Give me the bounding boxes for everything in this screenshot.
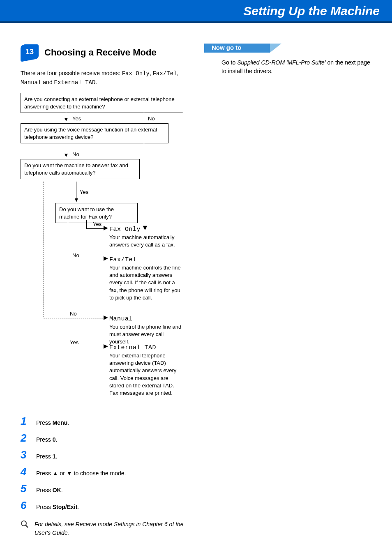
magnifier-icon: [21, 520, 29, 537]
step-4: 4 Press ▲ or ▼ to choose the mode.: [21, 465, 192, 478]
up-triangle-icon: ▲: [53, 470, 58, 477]
step-2: 2 Press 0.: [21, 432, 192, 444]
step-1: 1 Press Menu.: [21, 415, 192, 428]
flow-yes-1: Yes: [72, 115, 81, 122]
arrow-right-icon: ▶: [104, 255, 108, 261]
step-6: 6 Press Stop/Exit.: [21, 499, 192, 512]
result-manual: Manual You control the phone line and mu…: [109, 315, 183, 346]
note: For details, see Receive mode Settings i…: [21, 520, 192, 537]
note-text: For details, see Receive mode Settings i…: [35, 520, 192, 537]
result-fax-only: Fax Only Your machine automatically answ…: [109, 225, 183, 249]
step-3: 3 Press 1.: [21, 449, 192, 461]
result-fax-tel: Fax/Tel Your machine controls the line a…: [109, 256, 183, 302]
arrow-down-icon: ▼: [63, 152, 69, 158]
arrow-down-icon: ▼: [63, 116, 69, 122]
flow-q2: Are you using the voice message function…: [21, 123, 168, 143]
header-title: Setting Up the Machine: [243, 4, 380, 18]
arrow-down-icon: ▼: [74, 196, 79, 203]
section-title: Choosing a Receive Mode: [44, 47, 157, 58]
svg-line-1: [25, 525, 28, 527]
flow-yes-2: Yes: [80, 189, 88, 195]
flow-no-1: No: [148, 115, 155, 122]
goto-banner: Now go to: [204, 44, 376, 53]
flow-yes-4: Yes: [70, 339, 78, 345]
right-column: Now go to Go to Supplied CD-ROM 'MFL-Pro…: [204, 44, 376, 537]
down-triangle-icon: ▼: [67, 470, 72, 477]
intro-text: There are four possible receive modes: F…: [21, 69, 192, 87]
flow-no-4: No: [70, 311, 77, 317]
flow-q1: Are you connecting an external telephone…: [21, 93, 183, 113]
goto-body: Go to Supplied CD-ROM 'MFL-Pro Suite' on…: [204, 58, 376, 76]
page-header: Setting Up the Machine: [0, 0, 392, 23]
step-number: 13: [25, 48, 34, 56]
arrow-right-icon: ▶: [104, 224, 108, 231]
arrow-right-icon: ▶: [104, 343, 108, 349]
flowchart: Are you connecting an external telephone…: [21, 93, 185, 409]
left-column: 13 Choosing a Receive Mode There are fou…: [21, 44, 192, 537]
flow-yes-3: Yes: [93, 221, 101, 227]
flow-q3: Do you want the machine to answer fax an…: [21, 159, 140, 179]
result-external-tad: External TAD Your external telephone ans…: [109, 343, 183, 397]
step-5: 5 Press OK.: [21, 482, 192, 495]
goto-label: Now go to: [212, 44, 241, 51]
flow-no-3: No: [72, 252, 79, 258]
step-number-badge: 13: [21, 44, 39, 62]
flow-no-2: No: [72, 151, 79, 157]
arrow-right-icon: ▶: [104, 314, 108, 320]
steps-list: 1 Press Menu. 2 Press 0. 3 Press 1. 4 Pr…: [21, 415, 192, 512]
